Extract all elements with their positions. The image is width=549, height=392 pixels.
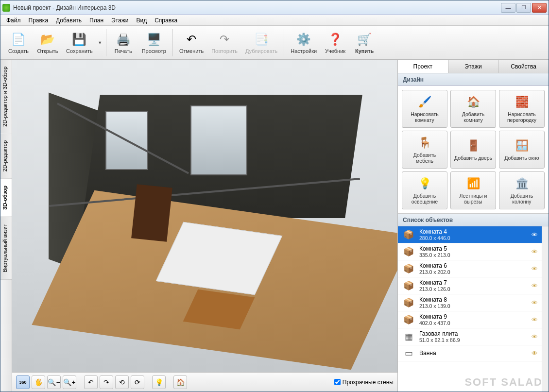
- visibility-toggle-icon[interactable]: 👁: [532, 231, 538, 239]
- view-toolbar: 360🖐🔍−🔍+↶↷⟲⟳💡🏠Прозрачные стены: [12, 372, 397, 392]
- view-tilt-left-button[interactable]: ⟲: [115, 375, 129, 389]
- settings-label: Настройки: [291, 48, 317, 54]
- object-icon: 📦: [402, 297, 415, 308]
- preview-label: Просмотр: [142, 48, 166, 54]
- object-row[interactable]: 📦Комната 7213.0 x 126.0👁: [398, 277, 542, 294]
- transparent-walls-input[interactable]: [334, 379, 341, 385]
- create-icon: 📄: [11, 32, 26, 47]
- side-tab-props[interactable]: Свойства: [498, 60, 549, 73]
- view-rot-left-button[interactable]: ↶: [84, 375, 98, 389]
- left-tab-combo[interactable]: 2D-редактор и 3D-обзор: [0, 60, 12, 134]
- buy-button[interactable]: 🛒Купить: [350, 29, 378, 56]
- view-zoom-in-button[interactable]: 🔍+: [63, 375, 76, 389]
- save-button[interactable]: 💾Сохранить: [63, 29, 96, 56]
- menu-6[interactable]: Справка: [151, 16, 181, 25]
- save-dropdown[interactable]: ▼: [97, 40, 103, 45]
- app-window: Новый проект - Дизайн Интерьера 3D — ☐ ✕…: [0, 0, 549, 392]
- transparent-walls-checkbox[interactable]: Прозрачные стены: [334, 379, 394, 386]
- object-row[interactable]: 📦Комната 8213.0 x 139.0👁: [398, 294, 542, 311]
- draw-wall-icon: 🧱: [515, 95, 529, 109]
- object-row[interactable]: ▭Ванна👁: [398, 345, 542, 361]
- object-icon: ▦: [402, 331, 415, 342]
- view-pan-button[interactable]: 🖐: [32, 375, 45, 389]
- design-draw-wall-button[interactable]: 🧱Нарисовать перегородку: [499, 90, 545, 128]
- undo-icon: ↶: [184, 32, 199, 47]
- object-dimensions: 51.0 x 62.1 x 86.9: [419, 337, 528, 343]
- view-rot-right-button[interactable]: ↷: [100, 375, 113, 389]
- create-button[interactable]: 📄Создать: [4, 29, 33, 56]
- add-room-label: Добавить комнату: [453, 111, 494, 123]
- menu-5[interactable]: Вид: [132, 16, 151, 25]
- 3d-canvas[interactable]: [12, 60, 397, 372]
- duplicate-button: 📑Дублировать: [242, 29, 281, 56]
- add-light-label: Добавить освещение: [404, 193, 445, 205]
- side-tabs: ПроектЭтажиСвойства: [398, 60, 549, 73]
- design-draw-room-button[interactable]: 🖌️Нарисовать комнату: [402, 90, 447, 128]
- design-add-window-button[interactable]: 🪟Добавить окно: [499, 131, 545, 169]
- design-add-light-button[interactable]: 💡Добавить освещение: [402, 171, 447, 209]
- view-360-button[interactable]: 360: [16, 375, 30, 389]
- left-tab-2d[interactable]: 2D-редактор: [0, 134, 12, 179]
- menu-2[interactable]: Добавить: [52, 16, 86, 25]
- visibility-toggle-icon[interactable]: 👁: [532, 282, 538, 290]
- object-row[interactable]: ▦Газовая плита51.0 x 62.1 x 86.9👁: [398, 328, 542, 345]
- visibility-toggle-icon[interactable]: 👁: [532, 350, 538, 357]
- undo-button[interactable]: ↶Отменить: [176, 29, 207, 56]
- design-add-furn-button[interactable]: 🪑Добавить мебель: [402, 131, 447, 169]
- object-text: Комната 7213.0 x 126.0: [419, 279, 528, 292]
- left-tab-virtual[interactable]: Виртуальный визит: [0, 217, 12, 280]
- viewport: 360🖐🔍−🔍+↶↷⟲⟳💡🏠Прозрачные стены: [12, 60, 398, 392]
- object-icon: ▭: [402, 347, 415, 359]
- design-stairs-button[interactable]: 📶Лестницы и вырезы: [450, 171, 496, 209]
- preview-icon: 🖥️: [146, 32, 162, 47]
- object-row[interactable]: 📦Комната 4280.0 x 446.0👁: [398, 226, 542, 243]
- object-row[interactable]: 📦Комната 9402.0 x 437.0👁: [398, 311, 542, 328]
- object-row[interactable]: 📦Комната 5335.0 x 213.0👁: [398, 243, 542, 260]
- design-add-door-button[interactable]: 🚪Добавить дверь: [450, 131, 496, 169]
- open-button[interactable]: 📂Открыть: [34, 29, 62, 56]
- preview-button[interactable]: 🖥️Просмотр: [138, 29, 170, 56]
- minimize-button[interactable]: —: [501, 3, 515, 13]
- object-text: Газовая плита51.0 x 62.1 x 86.9: [419, 330, 528, 343]
- menu-4[interactable]: Этажи: [107, 16, 132, 25]
- view-home-button[interactable]: 🏠: [173, 375, 187, 389]
- view-zoom-out-button[interactable]: 🔍−: [47, 375, 61, 389]
- settings-button[interactable]: ⚙️Настройки: [287, 29, 320, 56]
- object-list-inner[interactable]: 📦Комната 4280.0 x 446.0👁📦Комната 5335.0 …: [398, 226, 542, 392]
- left-view-tabs: 2D-редактор и 3D-обзор2D-редактор3D-обзо…: [0, 60, 12, 392]
- left-tab-3d[interactable]: 3D-обзор: [0, 179, 12, 217]
- maximize-button[interactable]: ☐: [516, 3, 531, 13]
- undo-label: Отменить: [179, 48, 204, 54]
- window-controls: — ☐ ✕: [500, 3, 547, 13]
- menu-3[interactable]: План: [86, 16, 107, 25]
- toolbar-separator: [106, 29, 106, 56]
- object-row[interactable]: 📦Комната 6213.0 x 202.0👁: [398, 260, 542, 277]
- design-buttons-grid: 🖌️Нарисовать комнату🏠Добавить комнату🧱На…: [398, 86, 549, 214]
- view-tilt-right-button[interactable]: ⟳: [131, 375, 144, 389]
- scrollbar[interactable]: [542, 226, 549, 392]
- tutorial-button[interactable]: ❓Учебник: [321, 29, 349, 56]
- visibility-toggle-icon[interactable]: 👁: [532, 299, 538, 307]
- visibility-toggle-icon[interactable]: 👁: [532, 333, 538, 341]
- buy-label: Купить: [355, 48, 374, 54]
- tutorial-icon: ❓: [327, 32, 343, 47]
- menu-1[interactable]: Правка: [25, 16, 52, 25]
- redo-label: Повторить: [211, 48, 238, 54]
- visibility-toggle-icon[interactable]: 👁: [532, 316, 538, 324]
- view-light-button[interactable]: 💡: [152, 375, 166, 389]
- open-icon: 📂: [40, 32, 55, 47]
- visibility-toggle-icon[interactable]: 👁: [532, 248, 538, 256]
- print-button[interactable]: 🖨️Печать: [109, 29, 137, 56]
- menu-0[interactable]: Файл: [2, 16, 25, 25]
- design-column-button[interactable]: 🏛️Добавить колонну: [499, 171, 545, 209]
- toolbar-separator: [172, 29, 173, 56]
- objects-header: Список объектов: [398, 214, 549, 226]
- visibility-toggle-icon[interactable]: 👁: [532, 265, 538, 273]
- side-tab-project[interactable]: Проект: [398, 60, 448, 73]
- side-tab-floors[interactable]: Этажи: [448, 60, 499, 73]
- close-button[interactable]: ✕: [532, 3, 547, 13]
- design-add-room-button[interactable]: 🏠Добавить комнату: [450, 90, 496, 128]
- add-door-icon: 🚪: [466, 138, 480, 153]
- object-name: Комната 5: [419, 245, 528, 252]
- add-window-icon: 🪟: [515, 138, 529, 153]
